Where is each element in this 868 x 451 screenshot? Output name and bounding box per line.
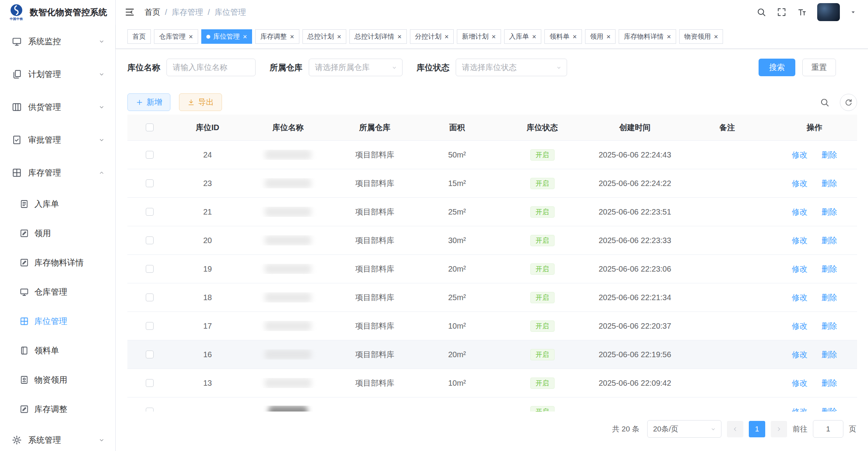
delete-link[interactable]: 删除 (821, 292, 837, 303)
search-button[interactable]: 搜索 (759, 59, 795, 76)
breadcrumb-home[interactable]: 首页 (145, 7, 160, 18)
sidebar-item-5[interactable]: 系统管理 (0, 424, 115, 451)
edit-link[interactable]: 修改 (792, 235, 807, 246)
status-select[interactable]: 请选择库位状态 (456, 59, 567, 76)
sidebar-item-4[interactable]: 库存管理 (0, 156, 115, 189)
tab-1[interactable]: 仓库管理× (154, 29, 198, 44)
tab-close-icon[interactable]: × (607, 33, 611, 40)
tab-12[interactable]: 物资领用× (679, 29, 723, 44)
sidebar-subitem-4-5[interactable]: 领料单 (0, 336, 115, 365)
tab-6[interactable]: 分控计划× (410, 29, 454, 44)
user-avatar[interactable] (817, 3, 840, 21)
tab-close-icon[interactable]: × (667, 33, 671, 40)
edit-link[interactable]: 修改 (792, 264, 807, 274)
edit-link[interactable]: 修改 (792, 292, 807, 303)
tab-9[interactable]: 领料单× (544, 29, 582, 44)
chevron-up-icon (98, 169, 105, 176)
tab-10[interactable]: 领用× (585, 29, 616, 44)
user-caret-down-icon[interactable] (850, 9, 856, 15)
delete-link[interactable]: 删除 (821, 378, 837, 388)
row-checkbox[interactable] (146, 351, 154, 358)
sidebar-item-2[interactable]: 供货管理 (0, 91, 115, 123)
tab-close-icon[interactable]: × (290, 33, 294, 40)
tab-close-icon[interactable]: × (189, 33, 193, 40)
filter-bar: 库位名称 所属仓库 请选择所属仓库 库位状态 请选择库位状态 (127, 59, 857, 76)
row-checkbox[interactable] (146, 208, 154, 216)
breadcrumb-item-2: 库位管理 (215, 7, 246, 18)
tab-close-icon[interactable]: × (532, 33, 537, 40)
select-all-checkbox[interactable] (146, 123, 154, 131)
sidebar-item-1[interactable]: 计划管理 (0, 58, 115, 91)
delete-link[interactable]: 删除 (821, 264, 837, 274)
edit-link[interactable]: 修改 (792, 150, 807, 160)
edit-link[interactable]: 修改 (792, 207, 807, 217)
sidebar-subitem-4-4[interactable]: 库位管理 (0, 306, 115, 336)
delete-link[interactable]: 删除 (821, 207, 837, 217)
edit-link[interactable]: 修改 (792, 406, 807, 412)
page-1-button[interactable]: 1 (749, 421, 765, 437)
delete-link[interactable]: 删除 (821, 349, 837, 360)
delete-link[interactable]: 删除 (821, 235, 837, 246)
font-size-icon[interactable] (797, 7, 807, 17)
header-search-icon[interactable] (756, 7, 766, 17)
tab-close-icon[interactable]: × (573, 33, 577, 40)
sidebar-subitem-4-0[interactable]: 入库单 (0, 189, 115, 218)
sidebar-subitem-4-7[interactable]: 库存调整 (0, 394, 115, 424)
row-checkbox[interactable] (146, 294, 154, 301)
tab-close-icon[interactable]: × (492, 33, 496, 40)
sidebar-item-3[interactable]: 审批管理 (0, 123, 115, 156)
breadcrumb-item-1[interactable]: 库存管理 (172, 7, 203, 18)
page-size-select[interactable]: 20条/页 (647, 420, 721, 438)
row-checkbox[interactable] (146, 379, 154, 387)
tab-8[interactable]: 入库单× (504, 29, 542, 44)
row-checkbox[interactable] (146, 408, 154, 412)
delete-link[interactable]: 删除 (821, 178, 837, 189)
tab-5[interactable]: 总控计划详情× (349, 29, 407, 44)
location-name-input[interactable] (166, 59, 256, 76)
tab-11[interactable]: 库存物料详情× (619, 29, 676, 44)
prev-page-button[interactable] (727, 421, 743, 437)
tab-2[interactable]: 库位管理× (201, 29, 252, 44)
edit-link[interactable]: 修改 (792, 178, 807, 189)
warehouse-select[interactable]: 请选择所属仓库 (309, 59, 403, 76)
chevron-down-icon (556, 64, 562, 71)
delete-link[interactable]: 删除 (821, 150, 837, 160)
row-checkbox[interactable] (146, 236, 154, 244)
table-search-icon[interactable] (820, 97, 830, 107)
refresh-button[interactable] (840, 94, 857, 111)
row-checkbox[interactable] (146, 151, 154, 159)
row-checkbox[interactable] (146, 265, 154, 273)
add-button[interactable]: 新增 (127, 93, 170, 111)
tab-3[interactable]: 库存调整× (255, 29, 299, 44)
fullscreen-icon[interactable] (777, 7, 787, 17)
tab-close-icon[interactable]: × (397, 33, 402, 40)
logo-text: 中国中铁 (10, 17, 23, 21)
tab-close-icon[interactable]: × (337, 33, 342, 40)
tab-close-icon[interactable]: × (445, 33, 449, 40)
next-page-button[interactable] (771, 421, 787, 437)
tab-7[interactable]: 新增计划× (457, 29, 501, 44)
reset-button[interactable]: 重置 (802, 59, 836, 76)
edit-link[interactable]: 修改 (792, 321, 807, 331)
row-checkbox[interactable] (146, 179, 154, 187)
export-button[interactable]: 导出 (179, 93, 222, 111)
cell-status: 开启 (497, 178, 587, 189)
row-checkbox[interactable] (146, 322, 154, 330)
goto-page-input[interactable] (813, 420, 843, 438)
delete-link[interactable]: 删除 (821, 321, 837, 331)
sidebar-subitem-4-2[interactable]: 库存物料详情 (0, 248, 115, 277)
delete-link[interactable]: 删除 (821, 406, 837, 412)
sidebar-subitem-4-6[interactable]: 物资领用 (0, 365, 115, 394)
tab-close-icon[interactable]: × (243, 33, 247, 40)
sidebar-subitem-4-1[interactable]: 领用 (0, 218, 115, 248)
tab-4[interactable]: 总控计划× (302, 29, 347, 44)
edit-link[interactable]: 修改 (792, 349, 807, 360)
cell-status: 开启 (497, 149, 587, 161)
tab-close-icon[interactable]: × (714, 33, 718, 40)
tab-label: 总控计划 (308, 32, 334, 41)
edit-link[interactable]: 修改 (792, 378, 807, 388)
sidebar-collapse-icon[interactable] (124, 7, 135, 18)
sidebar-subitem-4-3[interactable]: 仓库管理 (0, 277, 115, 306)
sidebar-item-0[interactable]: 系统监控 (0, 25, 115, 58)
tab-0[interactable]: 首页 (127, 29, 151, 44)
